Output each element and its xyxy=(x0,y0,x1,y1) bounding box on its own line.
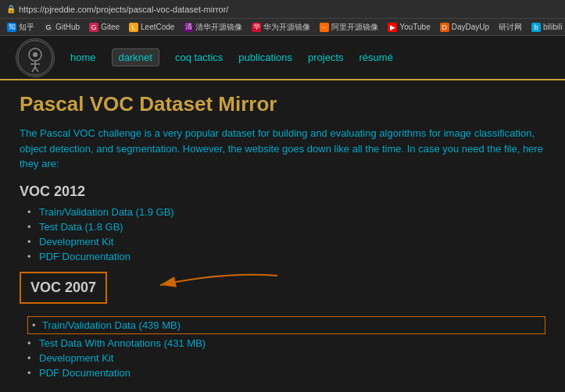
nav-resume[interactable]: résumé xyxy=(359,52,393,63)
voc2007-link-2[interactable]: Test Data With Annotations (431 MB) xyxy=(39,337,206,349)
voc2007-title: VOC 2007 xyxy=(30,280,96,295)
site-nav: home darknet coq tactics publications pr… xyxy=(0,36,565,79)
bookmark-label: GitHub xyxy=(55,23,80,31)
bookmark-bilibili[interactable]: b bilibili xyxy=(527,21,565,34)
main-content: Pascal VOC Dataset Mirror The Pascal VOC… xyxy=(0,79,565,392)
daydayup-icon: D xyxy=(440,23,449,32)
bookmark-label: 知乎 xyxy=(19,22,34,33)
list-item: Train/Validation Data (1.9 GB) xyxy=(27,206,545,218)
youtube-icon: ▶ xyxy=(388,23,397,32)
voc2012-link-3[interactable]: Development Kit xyxy=(39,236,113,248)
lock-icon: 🔒 xyxy=(6,5,16,13)
bookmark-label: 清华开源镜像 xyxy=(195,22,242,33)
bookmark-huawei[interactable]: 华 华为开源镜像 xyxy=(248,20,314,34)
svg-point-2 xyxy=(33,52,38,57)
nav-coq-tactics[interactable]: coq tactics xyxy=(175,52,223,63)
gitee-icon: G xyxy=(89,23,98,32)
zhihu-icon: 知 xyxy=(7,23,16,32)
huawei-icon: 华 xyxy=(252,23,261,32)
tsinghua-icon: 清 xyxy=(184,23,193,32)
annotation-arrow xyxy=(145,268,285,299)
voc2012-title: VOC 2012 xyxy=(20,184,545,200)
bookmark-daydayup[interactable]: D DayDayUp xyxy=(436,21,493,34)
intro-text: The Pascal VOC challenge is a very popul… xyxy=(20,126,545,172)
url-bar: https://pjreddie.com/projects/pascal-voc… xyxy=(19,5,228,14)
voc2007-list: Train/Validation Data (439 MB) Test Data… xyxy=(27,316,545,379)
voc2007-title-box: VOC 2007 xyxy=(20,272,107,304)
list-item: Development Kit xyxy=(27,236,545,248)
voc2012-list: Train/Validation Data (1.9 GB) Test Data… xyxy=(27,206,545,262)
bookmark-youtube[interactable]: ▶ YouTube xyxy=(384,21,434,34)
bookmark-yantan[interactable]: 研讨网 xyxy=(495,20,526,34)
list-item: PDF Documentation xyxy=(27,251,545,262)
voc2007-link-3[interactable]: Development Kit xyxy=(39,352,113,364)
bookmark-tsinghua[interactable]: 清 清华开源镜像 xyxy=(180,20,246,34)
svg-point-0 xyxy=(18,41,52,75)
bookmark-gitee[interactable]: G Gitee xyxy=(85,21,123,34)
bookmark-label: 华为开源镜像 xyxy=(263,22,310,33)
voc2012-link-4[interactable]: PDF Documentation xyxy=(39,251,131,262)
bookmark-label: 阿里开源镜像 xyxy=(331,22,378,33)
bookmark-zhihu[interactable]: 知 知乎 xyxy=(3,20,38,34)
nav-home[interactable]: home xyxy=(70,52,96,63)
bookmarks-bar: 知 知乎 G GitHub G Gitee L LeetCode 清 清华开源镜… xyxy=(0,19,565,36)
list-item: Test Data With Annotations (431 MB) xyxy=(27,337,545,349)
leetcode-icon: L xyxy=(129,23,138,32)
list-item-highlighted: Train/Validation Data (439 MB) xyxy=(27,316,545,334)
page-title: Pascal VOC Dataset Mirror xyxy=(20,92,545,116)
voc2012-link-2[interactable]: Test Data (1.8 GB) xyxy=(39,221,123,233)
site-logo xyxy=(16,38,55,77)
bookmark-label: Gitee xyxy=(101,23,120,31)
bookmark-alibaba[interactable]: ← 阿里开源镜像 xyxy=(316,20,382,34)
nav-publications[interactable]: publications xyxy=(238,52,292,63)
list-item: Development Kit xyxy=(27,352,545,364)
list-item: PDF Documentation xyxy=(27,367,545,379)
bookmark-github[interactable]: G GitHub xyxy=(40,21,84,34)
github-icon: G xyxy=(44,23,53,32)
bookmark-leetcode[interactable]: L LeetCode xyxy=(125,21,178,34)
bookmark-label: 研讨网 xyxy=(499,22,522,33)
bookmark-label: LeetCode xyxy=(141,23,174,31)
browser-bar: 🔒 https://pjreddie.com/projects/pascal-v… xyxy=(0,0,565,19)
voc2012-section: VOC 2012 Train/Validation Data (1.9 GB) … xyxy=(20,184,545,262)
bookmark-label: DayDayUp xyxy=(452,23,489,31)
voc2007-section: VOC 2007 Train/Validation Data (439 MB) … xyxy=(20,272,545,379)
bilibili-icon: b xyxy=(531,23,541,32)
voc2007-link-4[interactable]: PDF Documentation xyxy=(39,367,131,379)
voc2012-link-1[interactable]: Train/Validation Data (1.9 GB) xyxy=(39,206,174,218)
nav-projects[interactable]: projects xyxy=(308,52,344,63)
alibaba-icon: ← xyxy=(320,23,329,32)
nav-darknet[interactable]: darknet xyxy=(112,48,159,66)
list-item: Test Data (1.8 GB) xyxy=(27,221,545,233)
bookmark-label: bilibili xyxy=(543,23,562,31)
voc2007-link-1[interactable]: Train/Validation Data (439 MB) xyxy=(42,319,181,331)
bookmark-label: YouTube xyxy=(399,23,430,31)
